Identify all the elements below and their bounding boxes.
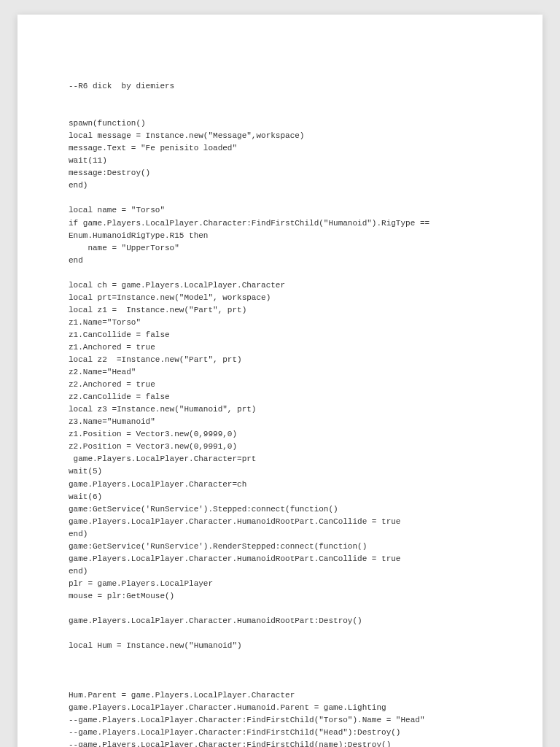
code-line: z2.Position = Vector3.new(0,9991,0): [69, 441, 491, 453]
code-line: message:Destroy(): [69, 167, 491, 179]
code-line: end): [69, 565, 491, 578]
code-line: [69, 677, 491, 689]
code-line: wait(11): [69, 155, 491, 167]
code-line: plr = game.Players.LocalPlayer: [69, 578, 491, 590]
code-line: local z2 =Instance.new("Part", prt): [69, 354, 491, 366]
code-line: --game.Players.LocalPlayer.Character:Fin…: [69, 739, 491, 747]
code-line: game.Players.LocalPlayer.Character.Human…: [69, 615, 491, 627]
code-line: local Hum = Instance.new("Humanoid"): [69, 640, 491, 652]
code-line: local z1 = Instance.new("Part", prt): [69, 304, 491, 317]
code-line: name = "UpperTorso": [69, 242, 491, 255]
code-line: [69, 665, 491, 677]
code-line: z1.Position = Vector3.new(0,9999,0): [69, 428, 491, 441]
code-line: game.Players.LocalPlayer.Character.Human…: [69, 553, 491, 565]
code-block: --R6 dick by diemiers spawn(function()lo…: [69, 80, 491, 747]
code-line: game.Players.LocalPlayer.Character.Human…: [69, 702, 491, 714]
code-line: end): [69, 528, 491, 541]
code-line: z3.Name="Humanoid": [69, 416, 491, 428]
code-line: local z3 =Instance.new("Humanoid", prt): [69, 403, 491, 416]
code-line: local ch = game.Players.LocalPlayer.Char…: [69, 279, 491, 292]
code-line: wait(6): [69, 491, 491, 503]
code-line: game.Players.LocalPlayer.Character.Human…: [69, 516, 491, 528]
code-line: local prt=Instance.new("Model", workspac…: [69, 292, 491, 304]
code-line: game:GetService('RunService').Stepped:co…: [69, 503, 491, 516]
code-line: z1.CanCollide = false: [69, 329, 491, 341]
code-line: game:GetService('RunService').RenderStep…: [69, 541, 491, 553]
code-line: wait(5): [69, 465, 491, 478]
code-line: game.Players.LocalPlayer.Character=ch: [69, 479, 491, 491]
code-line: z2.Anchored = true: [69, 379, 491, 391]
code-line: z2.CanCollide = false: [69, 391, 491, 403]
code-line: [69, 652, 491, 665]
code-line: Enum.HumanoidRigType.R15 then: [69, 230, 491, 242]
code-line: z1.Anchored = true: [69, 341, 491, 354]
code-line: --game.Players.LocalPlayer.Character:Fin…: [69, 727, 491, 739]
code-line: [69, 192, 491, 204]
code-line: [69, 93, 491, 105]
code-line: Hum.Parent = game.Players.LocalPlayer.Ch…: [69, 689, 491, 702]
code-line: game.Players.LocalPlayer.Character=prt: [69, 453, 491, 465]
code-line: mouse = plr:GetMouse(): [69, 590, 491, 603]
code-line: spawn(function(): [69, 117, 491, 130]
code-line: local message = Instance.new("Message",w…: [69, 130, 491, 142]
code-line: local name = "Torso": [69, 204, 491, 217]
code-line: [69, 603, 491, 615]
code-line: --game.Players.LocalPlayer.Character:Fin…: [69, 714, 491, 727]
document-page: --R6 dick by diemiers spawn(function()lo…: [18, 15, 542, 747]
code-line: message.Text = "Fe penisito loaded": [69, 142, 491, 155]
code-line: z2.Name="Head": [69, 366, 491, 379]
code-line: end): [69, 179, 491, 192]
code-line: [69, 627, 491, 640]
code-line: [69, 105, 491, 117]
code-line: if game.Players.LocalPlayer.Character:Fi…: [69, 217, 491, 230]
code-line: --R6 dick by diemiers: [69, 80, 491, 93]
code-line: end: [69, 255, 491, 267]
code-line: z1.Name="Torso": [69, 317, 491, 329]
code-line: [69, 267, 491, 279]
